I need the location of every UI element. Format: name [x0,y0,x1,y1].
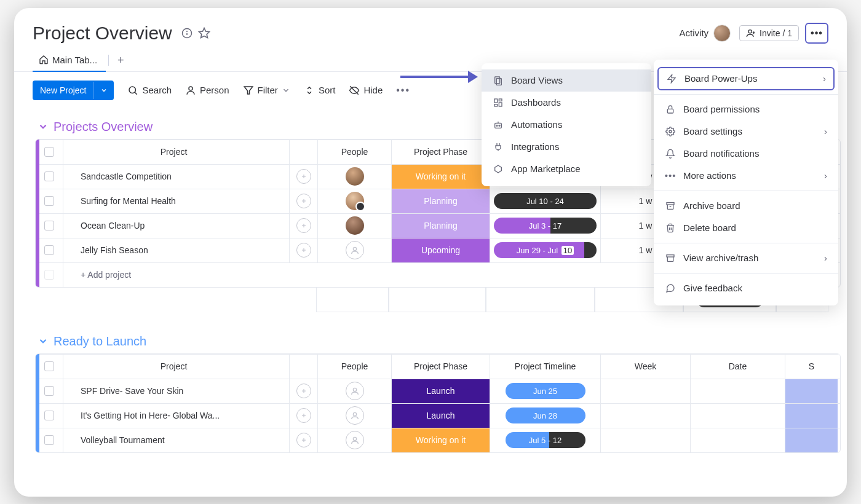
status-cell[interactable] [785,428,838,452]
menu-give-feedback[interactable]: Give feedback [654,277,838,299]
phase-cell[interactable]: Working on it [391,428,490,452]
col-project[interactable]: Project [63,355,289,379]
row-checkbox[interactable] [36,379,63,403]
header-checkbox[interactable] [36,355,63,379]
new-project-button[interactable]: New Project [33,81,114,100]
menu-board-notifications[interactable]: Board notifications [654,143,838,165]
item-name[interactable]: SPF Drive- Save Your Skin [63,379,289,403]
col-phase[interactable]: Project Phase [391,140,490,164]
date-cell[interactable] [690,404,785,428]
people-cell[interactable] [317,379,391,403]
phase-cell[interactable]: Upcoming [391,238,490,262]
item-name[interactable]: Surfing for Mental Health [63,189,289,213]
search-button[interactable]: Search [127,85,172,96]
menu-integrations[interactable]: Integrations [482,136,651,158]
phase-cell[interactable]: Planning [391,189,490,213]
row-checkbox[interactable] [36,238,63,262]
timeline-cell[interactable]: Jul 10 - 24 [490,189,600,213]
filter-button[interactable]: Filter [243,85,290,96]
menu-more-actions[interactable]: •••More actions› [654,165,838,187]
group-title-ready-to-launch[interactable]: Ready to Launch [54,334,146,348]
conversation-button[interactable] [289,428,317,452]
svg-point-38 [499,125,500,126]
menu-app-marketplace[interactable]: App Marketplace [482,158,651,180]
svg-point-2 [186,31,187,31]
row-checkbox[interactable] [36,165,63,189]
phase-cell[interactable]: Planning [391,214,490,238]
timeline-cell[interactable]: Jul 3 - 17 [490,214,600,238]
chevron-down-icon[interactable] [38,336,49,347]
menu-view-archive[interactable]: View archive/trash› [654,247,838,269]
row-checkbox[interactable] [36,404,63,428]
conversation-button[interactable] [289,165,317,189]
col-people[interactable]: People [317,355,391,379]
menu-delete-board[interactable]: Delete board [654,217,838,239]
timeline-cell[interactable]: Jul 5 - 12 [490,428,600,452]
group-title-projects-overview[interactable]: Projects Overview [54,120,153,134]
menu-board-settings[interactable]: Board settings› [654,120,838,143]
row-checkbox[interactable] [36,214,63,238]
conversation-button[interactable] [289,214,317,238]
status-cell[interactable] [785,404,838,428]
timeline-cell[interactable]: Jun 28 [490,404,600,428]
col-timeline[interactable]: Project Timeline [490,355,600,379]
col-week[interactable]: Week [600,355,690,379]
item-name[interactable]: It's Getting Hot in Here- Global Wa... [63,404,289,428]
item-name[interactable]: Jelly Fish Season [63,238,289,262]
conversation-button[interactable] [289,189,317,213]
timeline-cell[interactable]: Jun 29 - Jul 10 [490,238,600,262]
info-icon[interactable] [178,25,196,42]
people-cell[interactable] [317,428,391,452]
item-name[interactable]: Sandcastle Competition [63,165,289,189]
date-cell[interactable] [690,428,785,452]
conversation-button[interactable] [289,379,317,403]
week-cell[interactable] [600,428,690,452]
col-project[interactable]: Project [63,140,289,164]
sort-button[interactable]: Sort [304,85,336,96]
activity-link[interactable]: Activity [680,25,731,42]
more-menu-button[interactable]: ••• [805,23,828,44]
week-cell[interactable] [600,404,690,428]
people-cell[interactable] [317,404,391,428]
tab-main[interactable]: Main Tab... [33,50,106,71]
person-filter[interactable]: Person [185,85,229,96]
item-name[interactable]: Ocean Clean-Up [63,214,289,238]
people-cell[interactable] [317,165,391,189]
row-checkbox[interactable] [36,189,63,213]
week-cell[interactable] [600,379,690,403]
people-cell[interactable] [317,238,391,262]
toolbar-more[interactable]: ••• [396,85,410,96]
timeline-cell[interactable]: Jun 25 [490,379,600,403]
people-cell[interactable] [317,214,391,238]
menu-board-permissions[interactable]: Board permissions [654,98,838,120]
phase-cell[interactable]: Launch [391,404,490,428]
new-project-caret[interactable] [93,82,114,99]
menu-automations[interactable]: Automations [482,114,651,136]
phase-cell[interactable]: Launch [391,379,490,403]
col-people[interactable]: People [317,140,391,164]
status-cell[interactable] [785,379,838,403]
header-checkbox[interactable] [36,140,63,164]
col-phase[interactable]: Project Phase [391,355,490,379]
hide-button[interactable]: Hide [349,85,383,96]
row-checkbox[interactable] [36,428,63,452]
add-tab-button[interactable]: + [111,50,130,71]
chevron-down-icon[interactable] [38,121,49,132]
invite-button[interactable]: Invite / 1 [739,25,799,41]
item-name[interactable]: Volleyball Tournament [63,428,289,452]
menu-board-power-ups[interactable]: Board Power-Ups› [657,67,835,90]
conversation-button[interactable] [289,404,317,428]
svg-point-29 [353,437,356,440]
star-icon[interactable] [196,25,213,42]
conversation-button[interactable] [289,238,317,262]
people-cell[interactable] [317,189,391,213]
svg-rect-35 [494,104,498,106]
col-last[interactable]: S [785,355,838,379]
menu-dashboards[interactable]: Dashboards [482,92,651,114]
date-cell[interactable] [690,379,785,403]
menu-archive-board[interactable]: Archive board [654,195,838,217]
col-date[interactable]: Date [690,355,785,379]
row-checkbox[interactable] [36,263,63,287]
menu-board-views[interactable]: Board Views [482,69,651,92]
phase-cell[interactable]: Working on it [391,165,490,189]
